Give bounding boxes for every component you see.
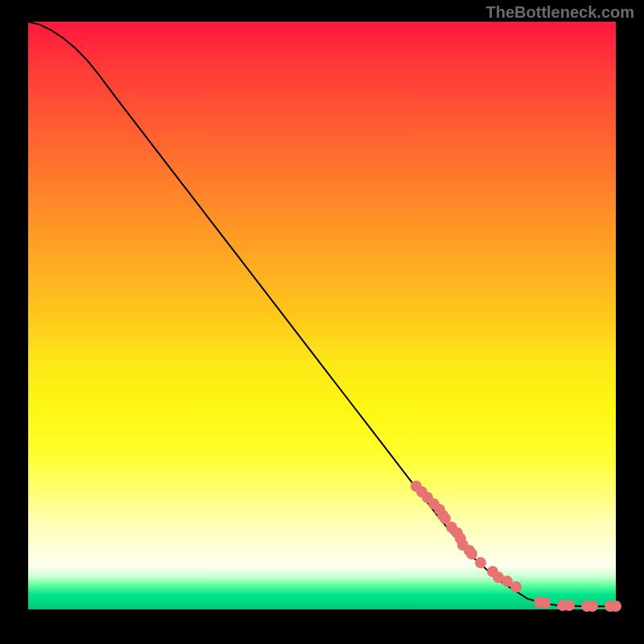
chart-gradient-background	[28, 22, 616, 609]
watermark-text: TheBottleneck.com	[486, 3, 634, 22]
chart-container	[28, 22, 616, 609]
